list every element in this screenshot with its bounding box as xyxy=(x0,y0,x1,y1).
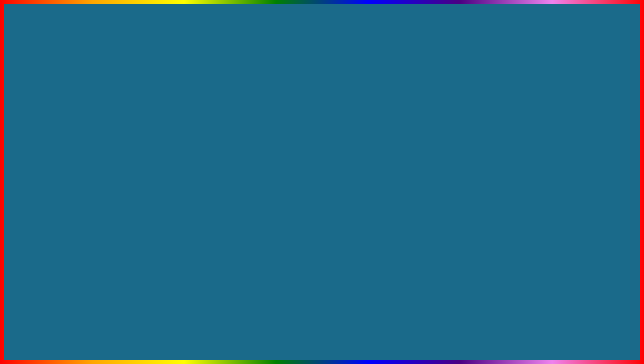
right-sidebar-raid[interactable]: ⚔ Raid/Esp xyxy=(428,142,457,157)
select-chips-dropdown[interactable]: Select Chips : Bird: Phoenix ▼ xyxy=(461,144,607,153)
sidebar-farm-label: Farm xyxy=(45,150,53,154)
select-farm-type-row: Select Farm Type : ▼ xyxy=(67,149,186,159)
auto-spawn-prefix: γ xyxy=(67,188,71,192)
bypass-teleport-row: γ Bypass TeTeleport xyxy=(67,161,186,167)
fire-mascot: 🔥 xyxy=(459,261,501,301)
start-raid-suffix: γ xyxy=(601,175,603,180)
auto-buy-chip-label: Auto Buy Chip xyxy=(467,186,601,190)
select-weapon-dropdown[interactable]: Select Weapon : ▼ xyxy=(67,127,186,136)
fast-attack-label: Fast Attack xyxy=(73,170,181,175)
auto-select-dungeon-prefix: γ xyxy=(461,157,465,161)
close-btn[interactable] xyxy=(172,115,176,119)
left-panel-logo: ⚡ xyxy=(37,112,47,122)
auto-select-dungeon-checkbox[interactable] xyxy=(601,156,607,161)
auto-awakener-row: γ Auto Awakener xyxy=(461,135,607,142)
right-islands-label: Islands xyxy=(437,135,448,139)
sidebar-item-stats[interactable]: 📊 Stats xyxy=(34,157,64,173)
sidebar-item-home[interactable]: 🏠 Home xyxy=(34,126,64,142)
right-raid-label: Raid/Esp xyxy=(435,150,450,154)
auto-buy-chip-row: γ Auto Buy Chip xyxy=(461,185,607,191)
bring-mob-prefix: γ xyxy=(67,179,71,183)
auto-buy-chip-checkbox[interactable] xyxy=(601,185,607,191)
auto-awakener-prefix: γ xyxy=(461,137,465,141)
right-panel: ⚡ AlAbdulnad [g] PS 10/ 02s [ iD ] 🏝 Isl… xyxy=(427,110,611,197)
select-weapon-row: Select Weapon : ▼ xyxy=(67,127,186,136)
sidebar-item-islands[interactable]: 🏝 Islands xyxy=(34,189,64,204)
farm-icon: ⚔ xyxy=(47,144,51,150)
stats-icon: 📊 xyxy=(46,160,52,165)
home-icon: 🏠 xyxy=(46,129,52,134)
bypass-teleport-label: Bypass TeTeleport xyxy=(73,162,181,166)
farm-type-dropdown-arrow: ▼ xyxy=(179,152,183,156)
select-weapon-label: Select Weapon : xyxy=(71,129,100,134)
right-sidebar: 🏝 Islands ⚔ Raid/Esp xyxy=(428,123,458,197)
next-islands-prefix: γ xyxy=(461,128,465,132)
left-sidebar: 🏠 Home ⚔ Farm 📊 Stats 👥 Combats 🏝 Island… xyxy=(34,123,64,207)
skull-icon: 💀 xyxy=(567,307,588,326)
next-islands-label: Next Islands xyxy=(467,128,601,132)
select-farm-type-label: Select Farm Type : xyxy=(71,152,104,156)
select-chips-row: Select Chips : Bird: Phoenix ▼ xyxy=(461,144,607,153)
fast-attack-mode-label: Fast Attack Mode : xyxy=(71,140,104,145)
auto-awakener-label: Auto Awakener xyxy=(467,136,601,141)
fast-attack-mode-row: Fast Attack Mode : ▼ xyxy=(67,138,186,147)
select-chips-label: Select Chips : Bird: Phoenix xyxy=(465,146,515,151)
auto-spawn-checkbox[interactable] xyxy=(181,187,186,193)
left-main-content: Select Weapon : ▼ Fast Attack Mode : ▼ S… xyxy=(64,123,190,207)
blox-fruits-logo: 💀 BLOX FRUITS xyxy=(551,297,604,351)
fast-attack-dropdown-arrow: ▼ xyxy=(179,141,183,145)
next-islands-checkbox[interactable] xyxy=(601,127,607,133)
sidebar-item-combats[interactable]: 👥 Combats xyxy=(34,173,64,189)
right-maximize-btn[interactable] xyxy=(603,115,607,119)
bring-mob-label: Bring Mob xyxy=(73,179,181,184)
bypass-teleport-checkbox[interactable] xyxy=(181,161,186,167)
weapon-dropdown-arrow: ▼ xyxy=(179,130,183,133)
auto-start-raid-checkbox[interactable] xyxy=(601,165,607,170)
sidebar-item-farm[interactable]: ⚔ Farm xyxy=(34,142,64,157)
right-panel-logo: ⚡ xyxy=(430,112,440,122)
fast-attack-prefix: γ xyxy=(67,171,71,175)
bypass-teleport-prefix: γ xyxy=(67,162,71,166)
start-raid-button[interactable]: Start Raid γ xyxy=(461,173,607,183)
auto-buy-chip-prefix: γ xyxy=(461,186,465,190)
sidebar-stats-label: Stats xyxy=(45,166,53,170)
panel-controls xyxy=(172,115,187,119)
start-raid-label: Start Raid xyxy=(465,175,482,180)
left-panel-info: AlAbdulnaX [PS] xyxy=(49,115,77,119)
right-panel-controls xyxy=(593,115,607,119)
sidebar-combats-label: Combats xyxy=(41,182,56,186)
auto-select-dungeon-row: γ Auto Select Dungeon xyxy=(461,155,607,162)
select-farm-type-dropdown[interactable]: Select Farm Type : ▼ xyxy=(67,149,186,159)
fast-attack-row: γ Fast Attack xyxy=(67,169,186,176)
script-pastebin-text: SCRIPT PASTEBIN xyxy=(184,314,392,341)
chips-dropdown-arrow: ▼ xyxy=(600,147,603,151)
auto-awakener-checkbox[interactable] xyxy=(601,136,607,141)
bring-mob-checkbox[interactable] xyxy=(181,179,186,184)
fish-mascot: 🐬 xyxy=(127,250,177,297)
right-raid-icon: ⚔ xyxy=(440,144,445,150)
next-islands-row: γ Next Islands xyxy=(461,127,607,133)
left-panel: ⚡ AlAbdulnaX [PS] 🏠 Home ⚔ Farm 📊 Stats xyxy=(33,110,190,208)
main-title: BLOX FRUITS xyxy=(0,10,644,71)
auto-spawn-label: Auto Set Spawn Point xyxy=(73,188,181,192)
right-panel-header: ⚡ AlAbdulnad [g] PS 10/ 02s [ iD ] xyxy=(428,111,610,123)
maximize-btn[interactable] xyxy=(183,115,187,119)
right-sidebar-islands[interactable]: 🏝 Islands xyxy=(428,126,457,142)
left-panel-content: 🏠 Home ⚔ Farm 📊 Stats 👥 Combats 🏝 Island… xyxy=(34,123,190,207)
sidebar-islands-label: Islands xyxy=(43,197,55,201)
logo-text-blox: BLOX xyxy=(568,326,587,334)
fast-attack-checkbox[interactable] xyxy=(181,170,186,175)
fast-attack-mode-dropdown[interactable]: Fast Attack Mode : ▼ xyxy=(67,138,186,147)
sidebar-home-label: Home xyxy=(44,135,54,139)
bring-mob-row: γ Bring Mob xyxy=(67,178,186,185)
right-close-btn[interactable] xyxy=(593,115,597,119)
islands-icon: 🏝 xyxy=(47,191,51,197)
right-main-content: γ Next Islands γ Auto Awakener Select Ch… xyxy=(458,123,610,197)
right-panel-info: AlAbdulnad [g] PS 10/ 02s [ iD ] xyxy=(443,115,499,119)
auto-select-dungeon-label: Auto Select Dungeon xyxy=(467,156,601,161)
right-panel-content: 🏝 Islands ⚔ Raid/Esp γ Next Islands γ Au… xyxy=(428,123,610,197)
right-minimize-btn[interactable] xyxy=(598,115,602,119)
combats-icon: 👥 xyxy=(46,176,52,181)
auto-start-raid-label: Auto Start Raid xyxy=(467,165,601,170)
minimize-btn[interactable] xyxy=(178,115,182,119)
